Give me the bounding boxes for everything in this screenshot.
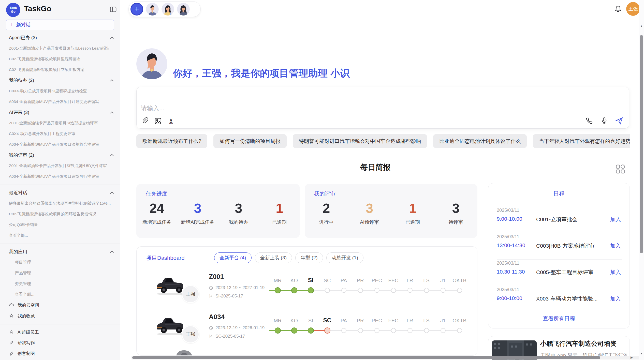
dashboard-title: 项目Dashboard: [146, 254, 185, 262]
section-header-ai-review[interactable]: AI评审 (3): [0, 107, 120, 118]
milestone-dot: [341, 328, 346, 333]
sidebar-list: Agent已办 (3) Z001-全新燃油皮卡产品开发项目SI节点Lesson …: [0, 32, 120, 359]
join-link[interactable]: 加入: [610, 216, 621, 223]
recent-chat-item[interactable]: C02-飞腾新能源轻客改款项目的闭环通告反馈情况: [0, 209, 120, 219]
sidebar-item-ai-employee[interactable]: AI超级员工: [0, 327, 120, 337]
scroll-right-arrow-icon[interactable]: ▶: [631, 356, 633, 359]
sidebar-item[interactable]: C0X4-动力总成开发项目工程变更评审: [0, 128, 120, 139]
scissors-icon[interactable]: ✂: [167, 117, 175, 125]
clock-icon: [209, 326, 213, 330]
app-item-product[interactable]: 产品管理: [0, 268, 120, 278]
sidebar-item-write-helper[interactable]: 帮我写作: [0, 337, 120, 348]
new-chat-button[interactable]: + 新对话: [6, 20, 114, 30]
filter-tab-year-model[interactable]: 年型 (2): [295, 252, 323, 263]
sidebar-item[interactable]: Z001-全新燃油轻卡产品开发项目SI节点属性5D文件评审: [0, 160, 120, 171]
vertical-scrollbar[interactable]: ▲ ▼: [639, 0, 644, 360]
recent-chat-item[interactable]: 公司Q3轻卡销量: [0, 219, 120, 230]
suggestion-chip[interactable]: 欧洲新规最近颁布了什么?: [136, 134, 207, 148]
stat-label: 新增AI完成任务: [177, 219, 218, 226]
stat-label: 进行中: [305, 219, 348, 226]
sidebar-collapse-icon[interactable]: [109, 6, 117, 13]
notification-bell-icon[interactable]: [614, 5, 622, 13]
flag-icon: ⚐: [209, 294, 213, 298]
layout-grid-icon[interactable]: [615, 164, 626, 174]
user-avatar[interactable]: 王强: [626, 2, 640, 16]
stat-value: 3: [348, 201, 391, 216]
sidebar-item[interactable]: Z001-全新燃油轻卡产品开发项目SI造型提交物评审: [0, 118, 120, 128]
chevron-up-icon: [110, 154, 114, 158]
chevron-up-icon: [110, 251, 114, 254]
milestone-dot-done: [291, 327, 297, 334]
project-code: Z001: [209, 273, 224, 281]
stat-pending: 3 待评审: [434, 201, 477, 226]
paperclip-icon[interactable]: [141, 117, 149, 125]
sidebar-item[interactable]: C02-飞腾新能源轻客改款项目立项汇报方案: [0, 64, 120, 75]
sidebar-item[interactable]: C0X4-动力总成开发项目SI里程碑提交物检查: [0, 86, 120, 96]
image-icon[interactable]: [154, 117, 162, 125]
event-name: X003-车辆动力学性能验...: [536, 295, 602, 302]
project-row[interactable]: 王强 A034 2023-12-19 ~ 2026-01-19 ⚐ SC-202…: [137, 311, 477, 351]
scroll-down-arrow-icon[interactable]: ▼: [639, 352, 644, 355]
sidebar-item[interactable]: A034-全新新能源MUV产品开发项目法规符合性评审: [0, 139, 120, 150]
filter-tab-new-body[interactable]: 全新上装 (3): [255, 252, 292, 263]
cloud-icon: [9, 303, 14, 308]
scroll-up-arrow-icon[interactable]: ▲: [639, 24, 644, 27]
milestone-dot-done: [275, 287, 281, 293]
join-link[interactable]: 加入: [610, 295, 621, 302]
suggestion-chip[interactable]: 比亚迪全固态电池计划具体说了什么: [433, 134, 527, 148]
join-link[interactable]: 加入: [610, 269, 621, 276]
stat-label: 已逾期: [259, 219, 300, 226]
divider: [0, 182, 120, 187]
sidebar-item[interactable]: C02-飞腾新能源轻客改款项目里程碑画布: [0, 54, 120, 64]
vertical-scrollbar-thumb[interactable]: [640, 35, 643, 253]
agent-avatar[interactable]: [162, 3, 174, 16]
sidebar-item-creative-draw[interactable]: 创意制图: [0, 348, 120, 359]
section-header-agent-done[interactable]: Agent已办 (3): [0, 32, 120, 43]
app-item-project[interactable]: 项目管理: [0, 257, 120, 268]
project-row[interactable]: 王强 Z001 2023-12-19 ~ 2027-01-19 ⚐ SI-202…: [137, 271, 477, 311]
agent-avatar[interactable]: [146, 3, 159, 16]
taskgo-app: Task Go TaskGo + 新对话 Agent已办 (3) Z001-全新…: [0, 0, 644, 360]
sidebar-item[interactable]: Z001-全新燃油皮卡产品开发项目SI节点Lesson Learn报告: [0, 43, 120, 54]
divider: [0, 241, 120, 246]
suggestion-chip[interactable]: 如何写一份清晰的项目周报: [213, 134, 287, 148]
send-icon[interactable]: [615, 117, 623, 125]
section-header-my-todo[interactable]: 我的待办 (2): [0, 75, 120, 86]
project-dates: 2023-12-19 ~ 2026-01-19: [209, 325, 265, 331]
horizontal-scrollbar[interactable]: ▶: [131, 356, 644, 359]
composer[interactable]: 请输入... ✂: [136, 87, 629, 129]
add-agent-button[interactable]: +: [130, 3, 143, 16]
event-time: 10:30-11:30: [497, 269, 525, 275]
view-all-apps[interactable]: 查看全部...: [0, 289, 120, 300]
recent-chat-item[interactable]: 解释最新出台的欧盟报废车法规再生塑料比例被调至15%...: [0, 198, 120, 209]
filter-tab-powertrain[interactable]: 动总开发 (1): [326, 252, 364, 263]
sidebar-item[interactable]: A034-全新新能源MUV产品开发项目造型可行性评审: [0, 171, 120, 182]
suggestion-chip[interactable]: 特朗普可能对进口汽车增税会对中国车企造成哪些影响: [293, 134, 427, 148]
agent-avatar[interactable]: [177, 3, 190, 16]
app-item-change[interactable]: 变更管理: [0, 278, 120, 289]
stat-in-progress: 2 进行中: [305, 201, 348, 226]
filter-tab-new-platform[interactable]: 全新平台 (4): [214, 252, 252, 263]
phone-icon[interactable]: [585, 117, 593, 125]
join-link[interactable]: 加入: [610, 242, 621, 249]
view-all-schedule-link[interactable]: 查看所有日程: [488, 315, 630, 322]
logo-text-bottom: Go: [11, 10, 16, 14]
sidebar-item[interactable]: A034-全新新能源MUV产品开发项目计划变更表编写: [0, 96, 120, 107]
chevron-up-icon: [110, 111, 114, 115]
section-header-my-review[interactable]: 我的评审 (2): [0, 150, 120, 160]
suggestion-chip[interactable]: 当下年轻人对汽车外观有怎样的喜好趋势: [533, 134, 630, 148]
flag-icon: ⚐: [209, 334, 213, 339]
section-header-recent-chats[interactable]: 最近对话: [0, 187, 120, 198]
milestone-dot: [457, 328, 462, 333]
sidebar-item-favorites[interactable]: 我的收藏: [0, 310, 120, 321]
mic-icon[interactable]: [600, 117, 608, 125]
section-header-my-apps[interactable]: 我的应用: [0, 246, 120, 257]
view-all-chats[interactable]: 查看全部...: [0, 230, 120, 241]
plus-icon: +: [10, 22, 13, 28]
milestone-dot-done: [308, 327, 314, 334]
chevron-up-icon: [110, 37, 114, 40]
stat-overdue: 1 已逾期: [391, 201, 434, 226]
suggestion-chips: 欧洲新规最近颁布了什么? 如何写一份清晰的项目周报 特朗普可能对进口汽车增税会对…: [136, 134, 630, 148]
horizontal-scrollbar-thumb[interactable]: [132, 356, 600, 359]
sidebar-item-cloud-space[interactable]: 我的云空间: [0, 300, 120, 310]
